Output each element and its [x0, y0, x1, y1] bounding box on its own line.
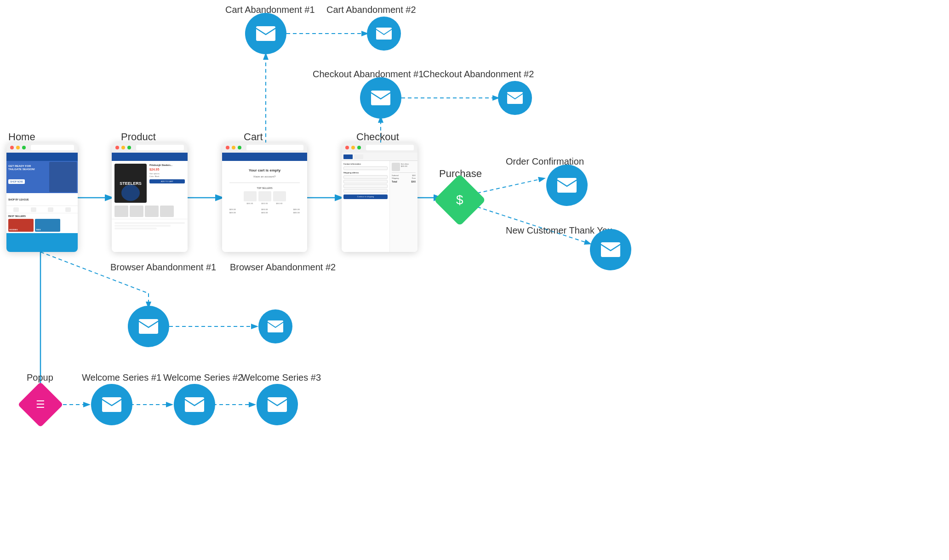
- order-confirmation-email[interactable]: [546, 165, 588, 206]
- browser-abandonment-2-label: Browser Abandonment #2: [230, 262, 336, 273]
- welcome-series-2-email[interactable]: [174, 384, 215, 425]
- popup-diamond[interactable]: ☰: [18, 382, 63, 428]
- cart-browser-mockup: Your cart is empty Have an account? TOP …: [222, 143, 307, 252]
- cart-label: Cart: [244, 131, 263, 143]
- browser-abandonment-1-label: Browser Abandonment #1: [110, 262, 216, 273]
- cart-abandonment-2-email[interactable]: [367, 17, 401, 51]
- svg-rect-29: [138, 319, 159, 334]
- purchase-diamond[interactable]: $: [434, 174, 486, 226]
- svg-rect-19: [376, 27, 392, 40]
- checkout-abandonment-2-label: Checkout Abandonment #2: [423, 69, 534, 80]
- new-customer-thank-you-email[interactable]: [590, 229, 631, 270]
- checkout-abandonment-1-label: Checkout Abandonment #1: [313, 69, 423, 80]
- welcome-series-1-label: Welcome Series #1: [82, 372, 161, 383]
- svg-rect-31: [267, 320, 284, 333]
- svg-line-8: [477, 178, 544, 193]
- have-account-text: Have an account?: [229, 175, 300, 178]
- svg-rect-33: [102, 397, 122, 412]
- cart-empty-text: Your cart is empty: [229, 168, 300, 172]
- svg-rect-21: [371, 90, 391, 106]
- welcome-series-1-email[interactable]: [91, 384, 132, 425]
- svg-rect-35: [184, 397, 205, 412]
- svg-rect-25: [557, 177, 577, 193]
- welcome-series-3-label: Welcome Series #3: [241, 372, 321, 383]
- product-browser-mockup: STEELERS Pittsburgh Steelers... $24.95 S…: [112, 143, 188, 252]
- cart-abandonment-1-email[interactable]: [245, 13, 286, 54]
- checkout-abandonment-1-email[interactable]: [360, 77, 401, 119]
- cart-abandonment-2-label: Cart Abandonment #2: [326, 5, 416, 15]
- svg-rect-27: [600, 242, 621, 257]
- welcome-series-3-email[interactable]: [257, 384, 298, 425]
- svg-rect-23: [507, 91, 523, 104]
- checkout-label: Checkout: [356, 131, 399, 143]
- popup-label: Popup: [27, 372, 53, 383]
- checkout-browser-mockup: Contact information Shipping address Con…: [342, 143, 417, 252]
- home-label: Home: [8, 131, 35, 143]
- browser-abandonment-2-email[interactable]: [258, 309, 292, 343]
- product-label: Product: [121, 131, 156, 143]
- svg-rect-37: [267, 397, 287, 412]
- home-browser-mockup: GET READY FORTAILGATE SEASON! SHOP NOW S…: [6, 143, 78, 252]
- browser-abandonment-1-email[interactable]: [128, 306, 169, 347]
- svg-rect-17: [256, 26, 276, 41]
- svg-line-10: [40, 252, 149, 293]
- checkout-abandonment-2-email[interactable]: [498, 81, 532, 115]
- welcome-series-2-label: Welcome Series #2: [163, 372, 243, 383]
